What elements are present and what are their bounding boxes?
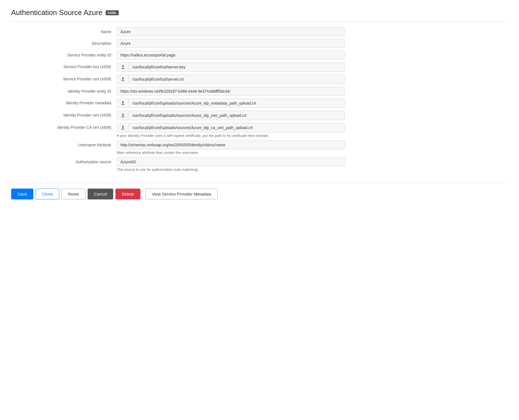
page-title: Authentication Source Azure [11,8,102,17]
upload-icon [120,113,125,118]
sp-entity-id-row: Service Provider entity ID [11,51,345,60]
name-row: Name [11,27,345,36]
sp-cert-label: Service Provider cert (x509) [11,75,117,81]
delete-button[interactable]: Delete [115,189,140,199]
username-attr-row: Username Attribute Main reference attrib… [11,140,345,155]
idp-entity-id-input[interactable] [117,87,345,96]
auth-source-input[interactable] [117,157,345,166]
idp-metadata-path: /usr/local/pf/conf/uploads/sources/Azure… [129,99,345,107]
view-metadata-button[interactable]: View Service Provider Metadata [145,189,218,199]
sp-key-path: /usr/local/pf/conf/ssl/server.key [129,63,345,71]
footer-actions: Save Clone Reset Cancel Delete View Serv… [11,183,508,199]
idp-ca-cert-helper: If your Identity Provider uses a self-si… [117,134,345,138]
auth-source-row: Authorization source The source to use f… [11,157,345,172]
form-container: Name Description Service Provider entity… [11,27,345,172]
auth-source-label: Authorization source [11,157,117,164]
sp-key-row: Service Provider key (x509) /usr/local/p… [11,62,345,72]
description-label: Description [11,39,117,46]
name-field [117,27,345,36]
username-attr-input[interactable] [117,140,345,149]
idp-ca-cert-upload-button[interactable] [117,123,129,132]
sp-entity-id-label: Service Provider entity ID [11,51,117,57]
save-button[interactable]: Save [11,189,33,199]
sp-cert-upload-button[interactable] [117,75,129,84]
auth-source-field: The source to use for authorization (rul… [117,157,345,172]
sp-entity-id-input[interactable] [117,51,345,60]
idp-cert-field: /usr/local/pf/conf/uploads/sources/Azure… [117,111,345,120]
idp-ca-cert-row: Identity Provider CA cert (x509) /usr/lo… [11,123,345,138]
idp-ca-cert-label: Identity Provider CA cert (x509) [11,123,117,130]
idp-ca-cert-path: /usr/local/pf/conf/uploads/sources/Azure… [129,123,345,132]
name-input[interactable] [117,27,345,36]
idp-ca-cert-field: /usr/local/pf/conf/uploads/sources/Azure… [117,123,345,138]
idp-cert-label: Identity Provider cert (x509) [11,111,117,117]
upload-icon [120,77,125,82]
sp-key-input-group: /usr/local/pf/conf/ssl/server.key [117,62,345,72]
sp-cert-row: Service Provider cert (x509) /usr/local/… [11,75,345,84]
cancel-button[interactable]: Cancel [88,189,113,199]
sp-key-upload-button[interactable] [117,63,129,71]
name-label: Name [11,27,117,34]
username-attr-field: Main reference attribute that contain th… [117,140,345,155]
idp-metadata-input-group: /usr/local/pf/conf/uploads/sources/Azure… [117,98,345,108]
idp-metadata-row: Identity Provider metadata /usr/local/pf… [11,98,345,108]
idp-cert-upload-button[interactable] [117,111,129,120]
idp-metadata-field: /usr/local/pf/conf/uploads/sources/Azure… [117,98,345,108]
idp-metadata-upload-button[interactable] [117,99,129,108]
sp-cert-field: /usr/local/pf/conf/ssl/server.crt [117,75,345,84]
idp-cert-input-group: /usr/local/pf/conf/uploads/sources/Azure… [117,111,345,120]
username-attr-label: Username Attribute [11,140,117,147]
idp-entity-id-row: Identity Provider entity ID [11,87,345,96]
upload-icon [120,65,125,70]
description-row: Description [11,39,345,48]
idp-ca-cert-input-group: /usr/local/pf/conf/uploads/sources/Azure… [117,123,345,132]
idp-entity-id-label: Identity Provider entity ID [11,87,117,93]
idp-metadata-label: Identity Provider metadata [11,98,117,105]
description-field [117,39,345,48]
sp-cert-input-group: /usr/local/pf/conf/ssl/server.crt [117,75,345,84]
sp-entity-id-field [117,51,345,60]
page-header: Authentication Source Azure SAML [11,8,508,22]
upload-icon [120,101,125,106]
clone-button[interactable]: Clone [36,189,59,199]
upload-icon [120,125,125,130]
idp-cert-path: /usr/local/pf/conf/uploads/sources/Azure… [129,111,345,120]
sp-cert-path: /usr/local/pf/conf/ssl/server.crt [129,75,345,83]
auth-source-helper: The source to use for authorization (rul… [117,167,345,172]
saml-badge: SAML [106,10,119,15]
username-attr-helper: Main reference attribute that contain th… [117,150,345,155]
sp-key-field: /usr/local/pf/conf/ssl/server.key [117,62,345,72]
description-input[interactable] [117,39,345,48]
sp-key-label: Service Provider key (x509) [11,62,117,69]
idp-cert-row: Identity Provider cert (x509) /usr/local… [11,111,345,120]
reset-button[interactable]: Reset [61,189,85,199]
idp-entity-id-field [117,87,345,96]
